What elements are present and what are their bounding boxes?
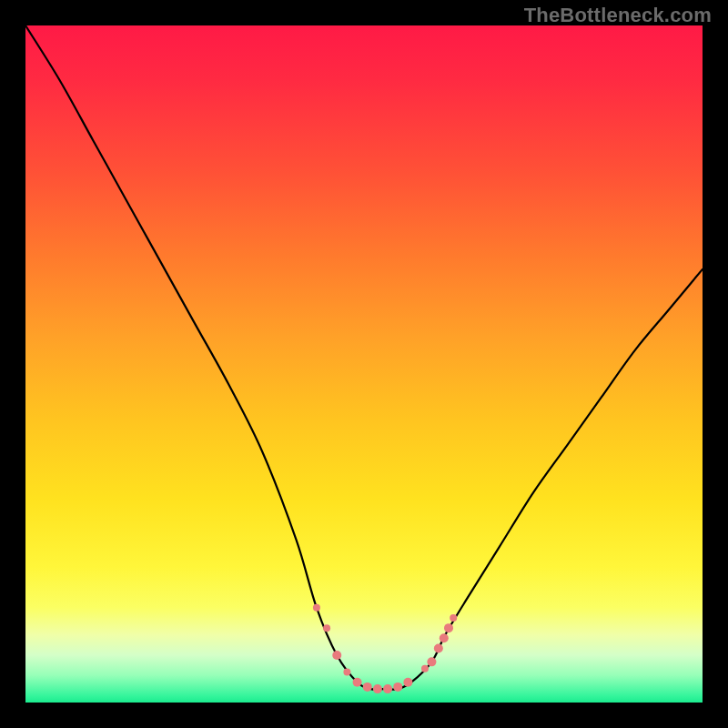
curve-marker bbox=[434, 643, 443, 652]
curve-marker bbox=[421, 665, 429, 672]
curve-marker bbox=[393, 682, 402, 692]
curve-marker bbox=[363, 682, 372, 692]
bottleneck-curve bbox=[25, 25, 703, 690]
plot-area bbox=[25, 25, 703, 703]
curve-marker bbox=[353, 678, 362, 687]
curve-marker bbox=[373, 684, 382, 693]
curve-marker bbox=[440, 633, 449, 642]
curve-marker bbox=[323, 624, 330, 632]
curve-marker bbox=[427, 657, 436, 666]
curve-marker bbox=[313, 604, 320, 612]
curve-marker bbox=[343, 669, 350, 676]
chart-frame: TheBottleneck.com bbox=[0, 0, 728, 728]
curve-marker bbox=[403, 678, 412, 687]
curve-marker bbox=[450, 614, 457, 622]
curve-layer bbox=[25, 25, 703, 703]
watermark-text: TheBottleneck.com bbox=[524, 4, 712, 27]
curve-marker bbox=[383, 684, 392, 693]
curve-marker bbox=[444, 623, 453, 632]
curve-marker bbox=[332, 651, 341, 660]
